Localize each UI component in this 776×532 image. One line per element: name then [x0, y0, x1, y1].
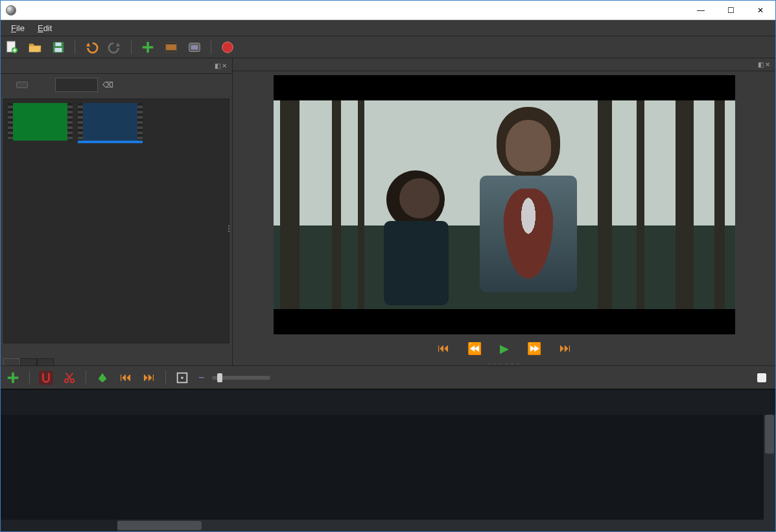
- previous-marker-icon[interactable]: ⏮: [119, 371, 133, 385]
- choose-profile-icon[interactable]: [164, 40, 178, 54]
- toolbar-divider: [75, 40, 75, 54]
- window-titlebar: — ☐ ✕: [1, 1, 775, 20]
- close-button[interactable]: ✕: [746, 1, 775, 20]
- svg-rect-9: [191, 45, 198, 49]
- horizontal-scrollbar[interactable]: [1, 520, 775, 531]
- filter-image[interactable]: [42, 82, 54, 88]
- pane-resize-handle[interactable]: [228, 221, 231, 237]
- filter-video[interactable]: [16, 82, 28, 88]
- new-project-icon[interactable]: [5, 40, 19, 54]
- project-file-item[interactable]: [8, 103, 73, 143]
- file-label: [8, 141, 73, 143]
- playback-controls: ⏮ ⏪ ▶ ⏩ ⏭: [233, 337, 775, 360]
- filter-show-all[interactable]: [3, 82, 15, 88]
- menu-help[interactable]: [84, 26, 97, 30]
- minimize-button[interactable]: —: [686, 1, 716, 20]
- add-track-icon[interactable]: [6, 371, 20, 385]
- import-files-icon[interactable]: [141, 40, 155, 54]
- razor-icon[interactable]: [62, 371, 76, 385]
- menu-bar: File Edit: [1, 20, 775, 36]
- rewind-icon[interactable]: ⏪: [467, 341, 482, 356]
- file-thumbnail: [78, 103, 143, 141]
- undo-icon[interactable]: [84, 40, 99, 54]
- menu-title[interactable]: [58, 26, 71, 30]
- panel-resize-handle[interactable]: · · · · · ·: [233, 360, 775, 365]
- filter-audio[interactable]: [29, 82, 41, 88]
- project-files-list[interactable]: [3, 98, 229, 343]
- maximize-button[interactable]: ☐: [716, 1, 746, 20]
- preview-frame: [274, 100, 735, 309]
- fast-forward-icon[interactable]: ⏩: [527, 341, 541, 356]
- timecode-display: [1, 389, 117, 415]
- tab-project-files[interactable]: [3, 358, 20, 365]
- preview-subject: [473, 120, 583, 308]
- timeline-ruler[interactable]: [1, 389, 775, 415]
- svg-rect-7: [166, 50, 177, 52]
- save-project-icon[interactable]: [51, 40, 65, 54]
- undock-icon[interactable]: ◧: [215, 62, 220, 69]
- snapping-icon[interactable]: [39, 371, 53, 385]
- export-video-icon[interactable]: [220, 40, 235, 54]
- fullscreen-icon[interactable]: [187, 40, 202, 54]
- tab-transitions[interactable]: [20, 358, 37, 365]
- app-icon: [6, 5, 16, 16]
- svg-rect-4: [55, 47, 62, 51]
- toolbar-divider: [211, 40, 211, 54]
- file-thumbnail: [8, 103, 73, 141]
- filter-input[interactable]: [55, 78, 98, 92]
- next-marker-icon[interactable]: ⏭: [142, 371, 156, 385]
- center-playhead-icon[interactable]: [175, 371, 189, 385]
- redo-icon[interactable]: [108, 40, 122, 54]
- menu-view[interactable]: [71, 26, 84, 30]
- svg-rect-3: [55, 42, 61, 46]
- file-label: [78, 141, 143, 143]
- jump-end-icon[interactable]: ⏭: [559, 341, 571, 355]
- tab-effects[interactable]: [37, 358, 54, 365]
- timeline-tracks[interactable]: [1, 415, 775, 520]
- menu-file[interactable]: File: [5, 21, 31, 35]
- toolbar-divider: [131, 40, 132, 54]
- open-project-icon[interactable]: [28, 40, 42, 54]
- svg-rect-6: [166, 42, 177, 44]
- project-files-panel: ◧ ✕ ⌫: [1, 58, 233, 365]
- zoom-slider[interactable]: −: [198, 372, 270, 384]
- main-toolbar: [1, 36, 775, 58]
- add-marker-icon[interactable]: [95, 371, 110, 385]
- menu-edit[interactable]: Edit: [31, 21, 58, 35]
- undock-icon[interactable]: ◧: [758, 61, 764, 68]
- preview-screen[interactable]: [274, 75, 735, 334]
- video-preview-panel: ◧ ✕: [233, 58, 775, 365]
- zoom-readout-icon: [757, 373, 766, 382]
- timeline-toolbar: ⏮ ⏭ −: [1, 365, 775, 389]
- jump-start-icon[interactable]: ⏮: [438, 341, 449, 355]
- close-panel-icon[interactable]: ✕: [765, 61, 770, 68]
- svg-point-15: [181, 376, 183, 379]
- project-file-item[interactable]: [78, 103, 143, 143]
- clear-filter-icon[interactable]: ⌫: [102, 79, 113, 91]
- preview-subject: [384, 178, 455, 308]
- vertical-scrollbar[interactable]: [764, 415, 775, 520]
- left-pane-tabs: [1, 346, 232, 365]
- close-panel-icon[interactable]: ✕: [222, 62, 227, 69]
- play-icon[interactable]: ▶: [500, 341, 509, 356]
